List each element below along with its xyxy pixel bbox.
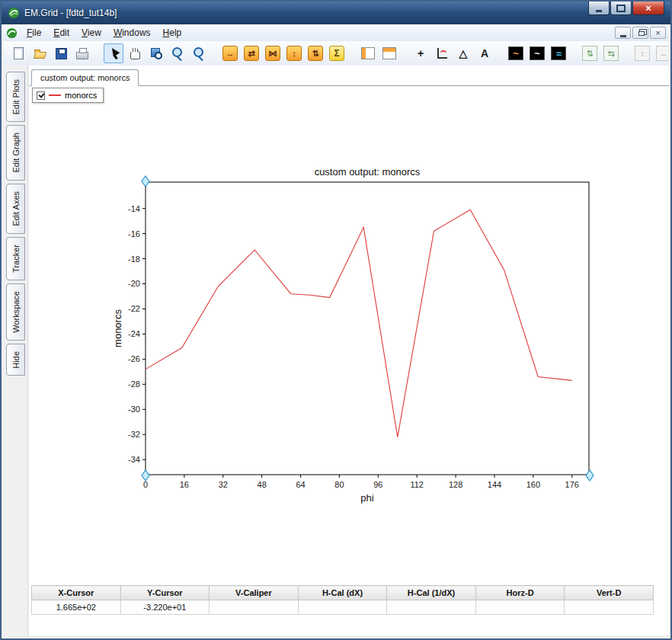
expand-x-axis-button[interactable]: ↔	[220, 43, 240, 63]
sidebar: Edit PlotsEdit GraphEdit AxesTrackerWork…	[3, 66, 28, 635]
menu-items: FileEditViewWindowsHelp	[21, 26, 187, 40]
add-marker-button[interactable]: △	[453, 43, 473, 63]
caption-buttons: ×	[588, 2, 664, 15]
pan-tool-icon	[127, 46, 142, 61]
insert-row-button[interactable]	[379, 43, 399, 63]
insert-column-button[interactable]	[358, 43, 378, 63]
open-file-icon	[32, 46, 47, 61]
status-header-x-cursor: X-Cursor	[32, 586, 121, 600]
compress-y-axis-button[interactable]: ⇅	[306, 43, 325, 63]
tracker-readout: X-CursorY-CursorV-CaliperH-Cal (dX)H-Cal…	[31, 585, 654, 615]
select-tool-button[interactable]	[104, 43, 123, 63]
svg-text:144: 144	[488, 480, 501, 489]
svg-text:-14: -14	[128, 204, 140, 213]
plot-style-dual-button[interactable]: ≈	[549, 43, 568, 63]
svg-text:64: 64	[296, 480, 305, 489]
mdi-restore-button[interactable]	[632, 27, 648, 39]
menu-edit[interactable]: Edit	[48, 26, 75, 40]
stretch-horizontal-button: ↔	[654, 43, 669, 63]
select-tool-icon	[106, 46, 121, 61]
save-file-button[interactable]	[51, 43, 71, 63]
svg-text:96: 96	[373, 480, 382, 489]
expand-y-axis-icon: ↕	[286, 46, 302, 61]
title-bar[interactable]: EM.Grid - [fdtd_tut14b] ×	[2, 2, 670, 24]
document-tab-bar: custom output: monorcs	[29, 68, 669, 86]
svg-text:128: 128	[449, 480, 462, 489]
status-value-y-cursor: -3.220e+01	[120, 600, 210, 615]
sidebar-tab-label: Edit Plots	[11, 79, 21, 114]
maximize-button[interactable]	[610, 2, 632, 15]
window-title: EM.Grid - [fdtd_tut14b]	[24, 8, 117, 18]
add-text-icon: A	[477, 46, 492, 61]
stretch-vertical-button: ↕	[632, 43, 652, 63]
svg-text:-26: -26	[128, 354, 140, 363]
plot-style-mono-button[interactable]: ~	[527, 43, 547, 63]
legend-checkbox[interactable]	[37, 91, 45, 100]
add-cursor-icon: +	[413, 46, 428, 61]
fit-x-axis-button[interactable]: ⋈	[263, 43, 283, 63]
add-cursor-button[interactable]: +	[411, 43, 430, 63]
chart-area[interactable]: custom output: monorcs016324864809611212…	[110, 154, 613, 512]
expand-y-axis-button[interactable]: ↕	[284, 43, 304, 63]
sidebar-tab-hide[interactable]: Hide	[6, 344, 25, 376]
zoom-in-tool-button[interactable]: +	[168, 43, 187, 63]
stretch-vertical-icon: ↕	[635, 46, 650, 61]
sidebar-tab-workspace[interactable]: Workspace	[6, 283, 25, 341]
svg-text:-32: -32	[128, 430, 140, 439]
expand-x-axis-icon: ↔	[222, 46, 238, 61]
new-file-button[interactable]	[8, 43, 28, 63]
status-header-horz-d: Horz-D	[475, 586, 565, 600]
sidebar-tab-edit-plots[interactable]: Edit Plots	[6, 72, 25, 122]
insert-column-icon	[361, 47, 375, 59]
sidebar-tab-edit-graph[interactable]: Edit Graph	[6, 125, 25, 181]
minimize-button[interactable]	[588, 2, 610, 15]
print-button[interactable]	[72, 43, 92, 63]
zoom-out-tool-button[interactable]: −	[189, 43, 209, 63]
status-value-h-cal-1-dx-	[387, 600, 476, 615]
document-tab[interactable]: custom output: monorcs	[31, 69, 139, 86]
status-table: X-CursorY-CursorV-CaliperH-Cal (dX)H-Cal…	[31, 585, 654, 615]
status-value-v-caliper	[210, 600, 299, 615]
legend: monorcs	[32, 88, 104, 103]
add-axes-button[interactable]	[432, 43, 452, 63]
autoscale-axes-icon: Σ	[329, 46, 344, 61]
menu-help[interactable]: Help	[158, 26, 187, 40]
save-file-icon	[53, 46, 69, 61]
svg-text:-34: -34	[128, 455, 140, 464]
zoom-out-tool-icon: −	[191, 46, 206, 61]
compress-x-axis-button[interactable]: ⇄	[242, 43, 261, 63]
mdi-close-icon: ×	[655, 28, 660, 37]
mdi-minimize-button[interactable]	[615, 27, 631, 39]
svg-text:80: 80	[334, 480, 344, 489]
menu-view[interactable]: View	[76, 26, 107, 40]
mdi-close-button[interactable]: ×	[650, 27, 666, 39]
add-axes-icon	[434, 46, 450, 61]
zoom-window-tool-button[interactable]	[146, 43, 166, 63]
spacing-horizontal-button[interactable]: ⇆	[601, 43, 621, 63]
open-file-button[interactable]	[30, 43, 50, 63]
stretch-horizontal-icon: ↔	[656, 46, 669, 61]
legend-label[interactable]: monorcs	[65, 91, 97, 100]
pan-tool-button[interactable]	[125, 43, 145, 63]
svg-text:-16: -16	[128, 229, 140, 238]
status-header-y-cursor: Y-Cursor	[120, 586, 210, 600]
autoscale-axes-button[interactable]: Σ	[327, 43, 347, 63]
app-icon	[8, 7, 20, 19]
menu-file[interactable]: File	[21, 26, 46, 40]
status-value-horz-d	[475, 600, 565, 615]
add-text-button[interactable]: A	[475, 43, 494, 63]
plot-style-spectrum-button[interactable]: ~	[506, 43, 526, 63]
svg-text:-28: -28	[128, 379, 140, 389]
spacing-vertical-button[interactable]: ⇅	[580, 43, 600, 63]
svg-text:custom output: monorcs: custom output: monorcs	[315, 166, 421, 178]
sidebar-tab-tracker[interactable]: Tracker	[6, 237, 25, 280]
close-button[interactable]: ×	[632, 2, 664, 15]
menu-windows[interactable]: Windows	[108, 26, 156, 40]
sidebar-tab-edit-axes[interactable]: Edit Axes	[6, 184, 25, 234]
plot-style-spectrum-icon: ~	[508, 46, 523, 60]
chart[interactable]: custom output: monorcs016324864809611212…	[110, 154, 613, 512]
svg-text:48: 48	[258, 480, 267, 489]
status-value-vert-d	[565, 600, 654, 615]
status-value-h-cal-dx-	[298, 600, 387, 615]
sidebar-tab-label: Workspace	[11, 291, 21, 333]
